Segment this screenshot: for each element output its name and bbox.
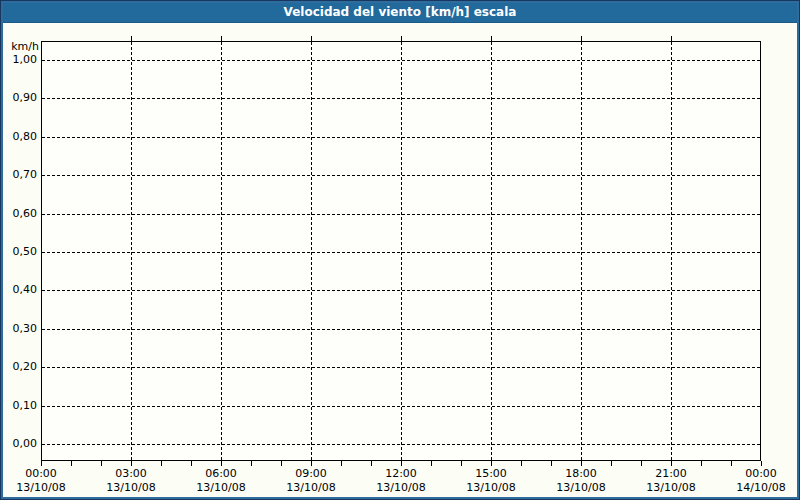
x-tick-label: 09:0013/10/08 bbox=[266, 467, 356, 495]
y-tick-label: 0,20 bbox=[3, 360, 37, 374]
x-major-tick-top bbox=[311, 36, 312, 41]
x-tick-label: 06:0013/10/08 bbox=[176, 467, 266, 495]
x-tick-time: 09:00 bbox=[266, 467, 356, 481]
x-minor-tick-bottom bbox=[341, 461, 342, 466]
x-major-tick-top bbox=[221, 36, 222, 41]
y-tick-label: 0,60 bbox=[3, 207, 37, 221]
y-tick-label: 0,90 bbox=[3, 91, 37, 105]
x-minor-tick-bottom bbox=[491, 461, 492, 466]
x-minor-tick-bottom bbox=[521, 461, 522, 466]
x-minor-tick-bottom bbox=[221, 461, 222, 466]
x-gridline bbox=[581, 42, 582, 460]
x-tick-date: 13/10/08 bbox=[536, 481, 626, 495]
x-gridline bbox=[491, 42, 492, 460]
x-minor-tick-bottom bbox=[731, 461, 732, 466]
x-minor-tick-bottom bbox=[611, 461, 612, 466]
x-tick-label: 00:0013/10/08 bbox=[0, 467, 86, 495]
x-minor-tick-bottom bbox=[581, 461, 582, 466]
x-tick-date: 14/10/08 bbox=[716, 481, 800, 495]
x-tick-date: 13/10/08 bbox=[626, 481, 716, 495]
x-major-tick-top bbox=[131, 36, 132, 41]
x-tick-date: 13/10/08 bbox=[86, 481, 176, 495]
chart-title-bar: Velocidad del viento [km/h] escala bbox=[3, 3, 797, 23]
x-major-tick-top bbox=[671, 36, 672, 41]
x-tick-time: 12:00 bbox=[356, 467, 446, 481]
x-tick-label: 18:0013/10/08 bbox=[536, 467, 626, 495]
y-tick-label: 0,40 bbox=[3, 283, 37, 297]
x-tick-time: 03:00 bbox=[86, 467, 176, 481]
y-tick-label: 0,80 bbox=[3, 130, 37, 144]
y-tick-label: 0,00 bbox=[3, 437, 37, 451]
x-minor-tick-bottom bbox=[371, 461, 372, 466]
x-tick-date: 13/10/08 bbox=[0, 481, 86, 495]
x-tick-time: 00:00 bbox=[0, 467, 86, 481]
x-tick-date: 13/10/08 bbox=[176, 481, 266, 495]
x-minor-tick-bottom bbox=[311, 461, 312, 466]
chart-panel: Velocidad del viento [km/h] escala km/h … bbox=[0, 0, 800, 500]
x-tick-time: 21:00 bbox=[626, 467, 716, 481]
x-minor-tick-bottom bbox=[161, 461, 162, 466]
x-minor-tick-bottom bbox=[71, 461, 72, 466]
x-minor-tick-bottom bbox=[401, 461, 402, 466]
x-tick-time: 00:00 bbox=[716, 467, 800, 481]
x-minor-tick-bottom bbox=[641, 461, 642, 466]
y-tick-label: 0,10 bbox=[3, 399, 37, 413]
x-gridline bbox=[131, 42, 132, 460]
x-tick-date: 13/10/08 bbox=[356, 481, 446, 495]
x-tick-date: 13/10/08 bbox=[446, 481, 536, 495]
y-axis-unit-label: km/h bbox=[3, 40, 39, 54]
x-tick-time: 15:00 bbox=[446, 467, 536, 481]
y-tick-label: 0,30 bbox=[3, 322, 37, 336]
x-tick-label: 03:0013/10/08 bbox=[86, 467, 176, 495]
chart-title: Velocidad del viento [km/h] escala bbox=[284, 5, 517, 19]
x-minor-tick-bottom bbox=[101, 461, 102, 466]
x-tick-date: 13/10/08 bbox=[266, 481, 356, 495]
x-tick-time: 18:00 bbox=[536, 467, 626, 481]
x-minor-tick-bottom bbox=[251, 461, 252, 466]
x-minor-tick-bottom bbox=[41, 461, 42, 466]
x-minor-tick-bottom bbox=[551, 461, 552, 466]
y-tick-label: 1,00 bbox=[3, 53, 37, 67]
x-minor-tick-bottom bbox=[461, 461, 462, 466]
x-minor-tick-bottom bbox=[281, 461, 282, 466]
x-minor-tick-bottom bbox=[671, 461, 672, 466]
x-minor-tick-bottom bbox=[431, 461, 432, 466]
x-gridline bbox=[671, 42, 672, 460]
x-tick-time: 06:00 bbox=[176, 467, 266, 481]
x-major-tick-top bbox=[581, 36, 582, 41]
x-tick-label: 15:0013/10/08 bbox=[446, 467, 536, 495]
x-minor-tick-bottom bbox=[131, 461, 132, 466]
x-minor-tick-bottom bbox=[701, 461, 702, 466]
x-minor-tick-bottom bbox=[761, 461, 762, 466]
x-gridline bbox=[311, 42, 312, 460]
y-tick-label: 0,70 bbox=[3, 168, 37, 182]
x-tick-label: 21:0013/10/08 bbox=[626, 467, 716, 495]
x-minor-tick-bottom bbox=[191, 461, 192, 466]
x-tick-label: 00:0014/10/08 bbox=[716, 467, 800, 495]
x-gridline bbox=[221, 42, 222, 460]
y-tick-label: 0,50 bbox=[3, 245, 37, 259]
x-major-tick-top bbox=[491, 36, 492, 41]
x-gridline bbox=[401, 42, 402, 460]
x-major-tick-top bbox=[401, 36, 402, 41]
x-tick-label: 12:0013/10/08 bbox=[356, 467, 446, 495]
